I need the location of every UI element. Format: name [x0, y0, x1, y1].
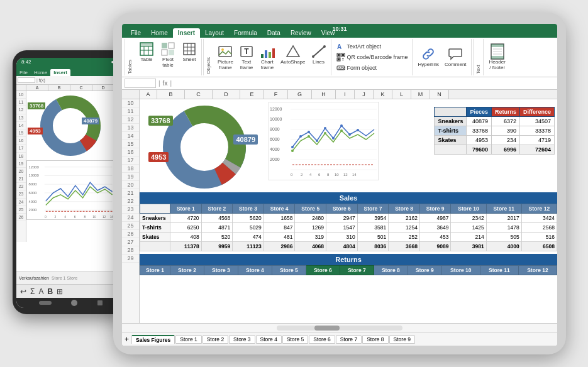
tab-formula[interactable]: Formula [229, 28, 262, 38]
phone-format-icon[interactable]: ⊞ [57, 287, 63, 296]
sales-tshirts-s2: 4871 [201, 223, 233, 233]
scrollbar-thumb[interactable] [314, 326, 340, 331]
lines-button[interactable]: Lines [309, 43, 328, 72]
hyperlink-button[interactable]: Hyperlink [416, 45, 441, 69]
row-11: 11 [122, 107, 139, 116]
returns-store9: Store 9 [408, 266, 441, 275]
phone-font-icon[interactable]: A [38, 287, 43, 296]
summary-tshirts-pieces: 33768 [467, 126, 492, 136]
sales-skates-s3: 474 [233, 233, 264, 242]
sales-sneakers-s2: 4568 [201, 214, 233, 223]
chart-frame-button[interactable]: Chartframe [258, 43, 277, 72]
sheet-button[interactable]: Sheet [180, 40, 199, 70]
row-10: 10 [122, 99, 139, 107]
sheet-tab-store4[interactable]: Store 4 [256, 335, 282, 344]
sales-total-s8: 3668 [389, 242, 420, 251]
sales-total-s4: 2986 [263, 242, 295, 251]
col-header-a[interactable]: A [140, 90, 157, 99]
svg-rect-47 [272, 48, 275, 58]
tab-review[interactable]: Review [286, 28, 316, 38]
col-header-k[interactable]: K [374, 90, 392, 99]
svg-text:10: 10 [92, 216, 96, 219]
phone-recents-btn[interactable] [97, 300, 103, 305]
qr-barcode-button[interactable]: QR code/Barcode frame [336, 53, 408, 62]
tab-insert[interactable]: Insert [173, 28, 200, 38]
comment-button[interactable]: Comment [443, 45, 469, 69]
phone-tab-file[interactable]: File [16, 69, 31, 76]
svg-point-95 [332, 137, 335, 140]
chart-label: Chartframe [261, 60, 274, 71]
col-header-i[interactable]: I [336, 90, 355, 99]
returns-store3: Store 3 [204, 266, 238, 275]
form-object-button[interactable]: abc Form object [336, 63, 408, 72]
col-header-l[interactable]: L [392, 90, 411, 99]
sales-tshirts-s12: 2568 [521, 223, 557, 233]
formula-input[interactable] [174, 80, 555, 87]
sheet-tab-add[interactable]: + [125, 335, 129, 344]
sales-tshirts-s6: 1547 [326, 223, 358, 233]
sheet-tabs: + Sales Figures Store 1 Store 2 Store 3 … [122, 332, 557, 346]
row-23: 23 [122, 205, 139, 214]
tab-layout[interactable]: Layout [200, 28, 229, 38]
col-header-h[interactable]: H [312, 90, 336, 99]
sheet-tab-store8[interactable]: Store 8 [362, 335, 388, 344]
sheet-tab-store2[interactable]: Store 2 [202, 335, 228, 344]
svg-point-91 [299, 135, 302, 138]
sheet-tab-store1[interactable]: Store 1 [175, 335, 201, 344]
phone-undo-icon[interactable]: ↩ [20, 287, 26, 296]
col-header-b[interactable]: B [157, 90, 185, 99]
col-header-g[interactable]: G [288, 90, 312, 99]
header-footer-button[interactable]: Header/ footer [487, 43, 508, 72]
summary-sneakers-pieces: 40879 [467, 117, 492, 126]
svg-text:14: 14 [352, 173, 357, 177]
textart-button[interactable]: A TextArt object [336, 42, 408, 51]
svg-rect-45 [265, 50, 267, 58]
phone-back-btn[interactable] [39, 301, 52, 305]
pivot-table-button[interactable]: Pivottable [158, 40, 177, 70]
col-header-m[interactable]: M [411, 90, 430, 99]
svg-rect-33 [162, 50, 167, 55]
sheet-tab-store3[interactable]: Store 3 [229, 335, 255, 344]
scrollbar-track[interactable] [277, 326, 402, 331]
col-header-f[interactable]: F [264, 90, 288, 99]
returns-store1: Store 1 [140, 266, 170, 275]
col-header-e[interactable]: E [240, 90, 264, 99]
phone-home-btn[interactable] [71, 300, 77, 306]
phone-tab-home[interactable]: Home [31, 69, 50, 76]
svg-rect-30 [140, 43, 153, 47]
text-frame-button[interactable]: T Textframe [237, 43, 256, 72]
summary-skates-returns: 234 [491, 136, 519, 145]
sheet-tab-store9[interactable]: Store 9 [389, 335, 415, 344]
summary-th-empty [435, 107, 467, 117]
phone-row-10: 10 [16, 91, 26, 99]
summary-row-skates: Skates 4953 234 4719 [435, 136, 555, 145]
tab-data[interactable]: Data [262, 28, 286, 38]
col-header-j[interactable]: J [355, 90, 374, 99]
sheet-tab-store7[interactable]: Store 7 [336, 335, 362, 344]
sheet-tab-store6[interactable]: Store 6 [309, 335, 335, 344]
phone-formula-sep: | [36, 78, 38, 82]
col-header-d[interactable]: D [213, 90, 240, 99]
tab-home[interactable]: Home [146, 28, 173, 38]
sales-sneakers-s5: 2480 [295, 214, 326, 223]
picture-frame-button[interactable]: Pictureframe [216, 43, 235, 72]
phone-sum-icon[interactable]: Σ [30, 287, 35, 296]
row-19: 19 [122, 173, 139, 181]
donut-label-33768: 33768 [148, 116, 173, 126]
col-header-n[interactable]: N [430, 90, 449, 99]
col-header-c[interactable]: C [185, 90, 213, 99]
phone-tab-insert[interactable]: Insert [50, 69, 70, 76]
sheet-tab-sales-figures[interactable]: Sales Figures [131, 335, 175, 344]
row-26: 26 [122, 230, 139, 238]
svg-rect-58 [338, 58, 340, 60]
sheet-tab-store5[interactable]: Store 5 [282, 335, 308, 344]
autoshape-button[interactable]: AutoShape [279, 43, 308, 72]
tab-file[interactable]: File [126, 28, 146, 38]
phone-bold-icon[interactable]: B [47, 287, 53, 296]
phone-name-box[interactable] [18, 77, 35, 83]
row-numbers: 10 11 12 13 14 15 16 17 18 19 20 21 22 2… [122, 99, 140, 323]
table-button[interactable]: Table [137, 40, 156, 70]
name-box[interactable] [125, 79, 156, 88]
svg-rect-44 [261, 54, 263, 58]
svg-text:8: 8 [84, 216, 86, 219]
